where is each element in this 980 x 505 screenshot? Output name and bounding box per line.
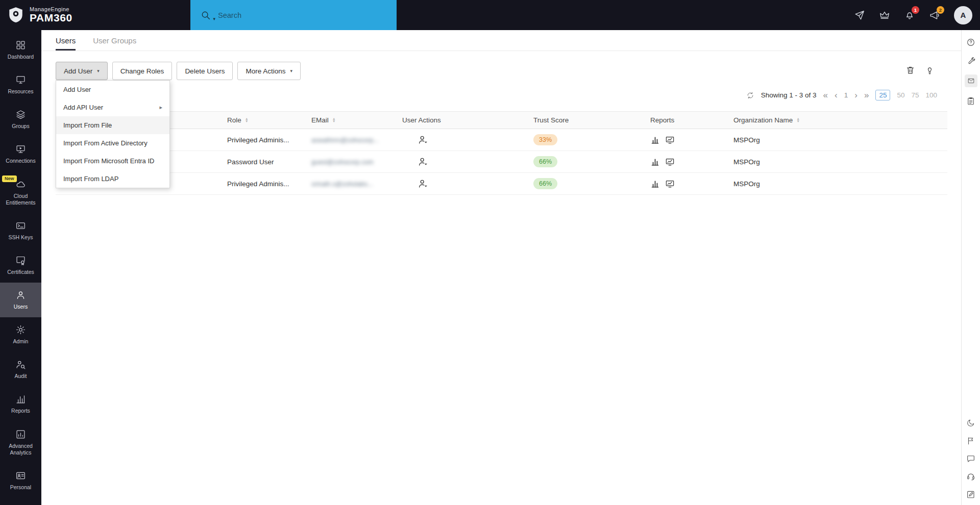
- more-actions-button[interactable]: More Actions ▾: [237, 62, 301, 80]
- menu-item-import-from-file[interactable]: Import From File: [56, 116, 169, 134]
- cell-organization: MSPOrg: [733, 136, 947, 144]
- send-icon[interactable]: [854, 10, 865, 21]
- tab-bar: Users User Groups: [41, 30, 961, 51]
- mail-icon[interactable]: [965, 74, 977, 87]
- toolbar: Add User ▾ Change Roles Delete Users Mor…: [56, 62, 301, 80]
- user-action-icon[interactable]: [418, 156, 430, 167]
- bell-icon[interactable]: 1: [904, 10, 915, 21]
- menu-item-import-from-active-directory[interactable]: Import From Active Directory: [56, 134, 169, 152]
- page-size-75[interactable]: 75: [911, 91, 919, 99]
- next-page-button[interactable]: ›: [854, 91, 857, 99]
- table-row[interactable]: Password User guest@zohocorp.com 66% MSP…: [56, 151, 947, 173]
- table-header: Role ▲▼ EMail ▲▼ User Actions Trust Scor…: [56, 111, 947, 129]
- col-role[interactable]: Role ▲▼: [227, 116, 311, 124]
- tab-users[interactable]: Users: [56, 36, 76, 50]
- brand-logo: ManageEngine PAM360: [0, 6, 72, 23]
- report-monitor-icon[interactable]: [665, 157, 675, 167]
- trust-score-badge: 66%: [533, 156, 557, 167]
- showing-text: Showing 1 - 3 of 3: [761, 91, 817, 99]
- sidebar-label: Cloud Entitlements: [1, 193, 40, 206]
- menu-item-import-from-ldap[interactable]: Import From LDAP: [56, 170, 169, 188]
- delete-users-button[interactable]: Delete Users: [177, 62, 233, 80]
- tools-icon[interactable]: [966, 56, 975, 65]
- pagination: Showing 1 - 3 of 3 « ‹ 1 › » 25 50 75 10…: [746, 90, 937, 100]
- report-chart-icon[interactable]: [650, 135, 660, 145]
- report-monitor-icon[interactable]: [665, 179, 675, 189]
- sort-icon[interactable]: ▲▼: [245, 118, 249, 122]
- chat-icon[interactable]: [966, 454, 975, 463]
- search-scope-caret-icon[interactable]: ▾: [213, 16, 215, 21]
- search-input[interactable]: [218, 11, 361, 19]
- prev-page-button[interactable]: ‹: [835, 91, 838, 99]
- dashboard-icon: [15, 40, 26, 50]
- resources-icon: [15, 74, 26, 85]
- menu-item-import-from-microsoft-entra-id[interactable]: Import From Microsoft Entra ID: [56, 152, 169, 170]
- cell-role: Privileged Adminis...: [227, 136, 311, 144]
- change-roles-button[interactable]: Change Roles: [112, 62, 173, 80]
- sidebar-item-groups[interactable]: Groups: [0, 102, 41, 137]
- sidebar-item-audit[interactable]: Audit: [0, 352, 41, 387]
- announcement-icon[interactable]: 2: [929, 10, 940, 21]
- sidebar-item-users[interactable]: Users: [0, 283, 41, 317]
- refresh-icon[interactable]: [746, 91, 754, 99]
- current-page[interactable]: 1: [844, 91, 848, 99]
- sidebar-item-ssh-keys[interactable]: SSH Keys: [0, 213, 41, 248]
- shield-logo-icon: [7, 6, 24, 23]
- sidebar-item-admin[interactable]: Admin: [0, 317, 41, 352]
- menu-item-add-user[interactable]: Add User: [56, 81, 169, 98]
- sidebar-item-connections[interactable]: Connections: [0, 137, 41, 171]
- report-monitor-icon[interactable]: [665, 135, 675, 145]
- right-rail: [961, 30, 980, 505]
- groups-icon: [15, 109, 26, 120]
- sidebar-item-advanced-analytics[interactable]: Advanced Analytics: [0, 422, 41, 463]
- report-chart-icon[interactable]: [650, 157, 660, 167]
- more-actions-label: More Actions: [246, 67, 285, 75]
- idea-icon[interactable]: [925, 65, 935, 75]
- menu-item-add-api-user[interactable]: Add API User ▸: [56, 98, 169, 116]
- cell-email: guest@zohocorp.com: [311, 159, 374, 166]
- cell-organization: MSPOrg: [733, 158, 947, 166]
- chevron-down-icon: ▾: [97, 68, 100, 73]
- notification-badge: 1: [912, 6, 919, 14]
- sidebar-item-certificates[interactable]: Certificates: [0, 248, 41, 283]
- table-row[interactable]: Privileged Adminis... srinath.s@zoholabs…: [56, 173, 947, 195]
- help-icon[interactable]: [966, 38, 975, 47]
- tab-user-groups[interactable]: User Groups: [93, 36, 136, 50]
- trash-icon[interactable]: [905, 65, 915, 75]
- brand-product: PAM360: [30, 12, 72, 23]
- sidebar-item-personal[interactable]: Personal: [0, 463, 41, 498]
- last-page-button[interactable]: »: [864, 91, 869, 99]
- avatar[interactable]: A: [954, 6, 972, 24]
- col-organization-name[interactable]: Organization Name ▲▼: [733, 116, 947, 124]
- first-page-button[interactable]: «: [823, 91, 828, 99]
- sidebar-item-cloud-entitlements[interactable]: New Cloud Entitlements: [0, 172, 41, 213]
- whats-new-icon[interactable]: [966, 436, 975, 445]
- page-size-100[interactable]: 100: [925, 91, 937, 99]
- report-chart-icon[interactable]: [650, 179, 660, 189]
- support-icon[interactable]: [966, 472, 975, 481]
- theme-icon[interactable]: [966, 418, 975, 427]
- sidebar-item-resources[interactable]: Resources: [0, 67, 41, 102]
- user-action-icon[interactable]: [418, 134, 430, 145]
- user-action-icon[interactable]: [418, 178, 430, 189]
- table-row[interactable]: Privileged Adminis... aswathmn@zohocorp.…: [56, 129, 947, 151]
- sidebar-item-reports[interactable]: Reports: [0, 387, 41, 421]
- add-user-button[interactable]: Add User ▾: [56, 62, 108, 80]
- sidebar-label: Connections: [6, 158, 35, 164]
- sidebar-item-dashboard[interactable]: Dashboard: [0, 33, 41, 67]
- trust-score-badge: 33%: [533, 134, 557, 145]
- crown-icon[interactable]: [879, 10, 890, 21]
- page-size-25[interactable]: 25: [875, 90, 890, 100]
- global-search[interactable]: ▾: [190, 0, 397, 30]
- col-trust-score: Trust Score: [533, 116, 650, 124]
- cell-role: Password User: [227, 158, 311, 166]
- tasks-icon[interactable]: [966, 96, 975, 106]
- search-icon[interactable]: ▾: [200, 10, 211, 21]
- col-email[interactable]: EMail ▲▼: [311, 116, 402, 124]
- sort-icon[interactable]: ▲▼: [796, 118, 800, 122]
- sort-icon[interactable]: ▲▼: [332, 118, 336, 122]
- add-user-label: Add User: [64, 67, 92, 75]
- new-badge: New: [2, 175, 17, 182]
- page-size-50[interactable]: 50: [897, 91, 904, 99]
- feedback-icon[interactable]: [966, 490, 975, 499]
